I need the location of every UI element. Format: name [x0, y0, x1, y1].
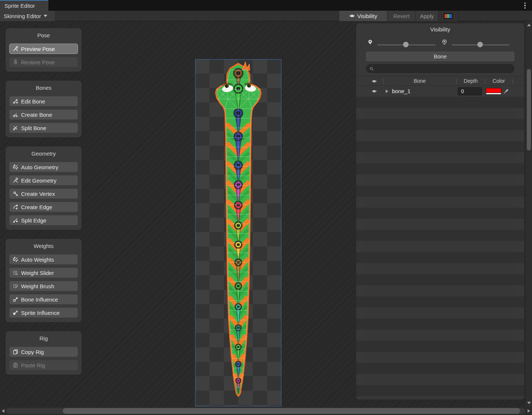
- apply-button[interactable]: Apply: [416, 11, 438, 21]
- scroll-left-arrow[interactable]: [2, 409, 4, 413]
- expander-icon[interactable]: [386, 89, 388, 93]
- bone-outline-icon: [441, 39, 447, 45]
- search-box[interactable]: [366, 64, 514, 73]
- bone-visibility-toggle[interactable]: [371, 89, 378, 96]
- eye-icon: [371, 79, 378, 86]
- tab-bone[interactable]: Bone: [366, 52, 514, 61]
- color-mode-button[interactable]: [439, 11, 458, 21]
- mesh-visibility-slider-knob[interactable]: [477, 42, 483, 47]
- visibility-panel: Visibility Bone Bone Depth Color: [356, 23, 525, 400]
- apply-button-label: Apply: [420, 13, 434, 19]
- paste-rig-button: Paste Rig: [9, 360, 78, 370]
- bone-opacity-slider-knob[interactable]: [403, 42, 409, 47]
- bone-filled-icon: [367, 39, 373, 45]
- toolbar: Skinning Editor Visibility Revert Apply: [0, 11, 532, 21]
- tab-sprite-editor[interactable]: Sprite Editor: [0, 0, 48, 11]
- weight-slider-button[interactable]: Weight Slider: [9, 268, 78, 278]
- preview-pose-icon: [13, 46, 18, 52]
- copy-rig-button[interactable]: Copy Rig: [9, 347, 78, 357]
- auto-weights-button[interactable]: Auto Weights: [9, 254, 78, 265]
- panel-title: Pose: [9, 32, 78, 39]
- button-label: Auto Weights: [21, 256, 54, 263]
- sprite-influence-button[interactable]: Sprite Influence: [9, 307, 78, 318]
- bone-table-row[interactable]: bone_1: [356, 86, 524, 97]
- bone-table-header: Bone Depth Color: [356, 76, 524, 86]
- auto-geometry-button[interactable]: Auto Geometry: [9, 162, 78, 172]
- edit-bone-icon: [13, 98, 18, 104]
- empty-list-row: [365, 108, 514, 119]
- panel-rig: RigCopy RigPaste Rig: [5, 331, 82, 375]
- visibility-toggle-button[interactable]: Visibility: [339, 11, 387, 21]
- horizontal-scrollbar-thumb[interactable]: [63, 408, 520, 414]
- empty-list-row: [365, 263, 514, 274]
- editor-mode-dropdown[interactable]: Skinning Editor: [0, 11, 55, 21]
- button-label: Auto Geometry: [21, 164, 58, 170]
- empty-list-row: [365, 374, 514, 385]
- revert-button[interactable]: Revert: [388, 11, 415, 21]
- column-bone: Bone: [383, 78, 456, 84]
- scroll-down-arrow[interactable]: [527, 402, 531, 404]
- button-label: Weight Brush: [21, 283, 54, 289]
- button-label: Restore Pose: [21, 59, 55, 65]
- bone-color-value: [486, 88, 501, 93]
- empty-list-row: [365, 197, 514, 208]
- button-label: Bone Influence: [21, 296, 58, 303]
- empty-list-row: [365, 219, 514, 230]
- tab-title: Sprite Editor: [4, 3, 35, 9]
- button-label: Create Bone: [21, 112, 52, 118]
- search-input[interactable]: [376, 66, 511, 71]
- tool-panels: PosePreview PoseRestore PoseBonesEdit Bo…: [5, 28, 82, 375]
- weight-brush-button[interactable]: Weight Brush: [9, 281, 78, 291]
- panel-title: Geometry: [9, 150, 78, 157]
- scroll-right-arrow[interactable]: [528, 409, 530, 413]
- empty-list-row: [356, 296, 524, 307]
- edit-bone-button[interactable]: Edit Bone: [9, 96, 78, 106]
- visibility-sliders: [356, 36, 524, 49]
- bone-color-swatch[interactable]: [486, 88, 501, 95]
- empty-list-row: [365, 330, 514, 341]
- panel-weights: WeightsAuto WeightsWeight SliderWeight B…: [5, 238, 82, 323]
- empty-list-row: [356, 97, 524, 108]
- auto-geometry-icon: [13, 164, 18, 170]
- create-vertex-icon: [13, 191, 18, 197]
- toolbar-separator: [458, 11, 458, 21]
- panel-title: Weights: [9, 242, 78, 250]
- horizontal-scrollbar[interactable]: [0, 407, 532, 415]
- empty-list-row: [365, 307, 514, 319]
- preview-pose-button[interactable]: Preview Pose: [9, 44, 78, 54]
- depth-input[interactable]: [458, 87, 482, 95]
- bone-name: bone_1: [392, 88, 410, 94]
- sprite-canvas[interactable]: [195, 59, 282, 407]
- empty-list-row: [356, 208, 524, 219]
- panel-pose: PosePreview PoseRestore Pose: [5, 28, 82, 72]
- create-edge-button[interactable]: Create Edge: [9, 202, 78, 212]
- empty-list-row: [356, 319, 524, 330]
- bone-influence-button[interactable]: Bone Influence: [9, 294, 78, 305]
- empty-list-row: [365, 152, 514, 163]
- kebab-menu-icon[interactable]: [522, 2, 528, 9]
- button-label: Split Bone: [21, 125, 46, 131]
- visibility-button-label: Visibility: [357, 13, 377, 19]
- tab-bar: Sprite Editor: [0, 0, 532, 11]
- create-vertex-button[interactable]: Create Vertex: [9, 188, 78, 199]
- button-label: Split Edge: [21, 217, 46, 224]
- empty-list-row: [356, 141, 524, 152]
- scroll-up-arrow[interactable]: [527, 24, 531, 26]
- button-label: Create Edge: [21, 204, 52, 210]
- vertical-scrollbar-thumb[interactable]: [527, 69, 531, 150]
- edit-geometry-button[interactable]: Edit Geometry: [9, 175, 78, 186]
- split-edge-button[interactable]: Split Edge: [9, 215, 78, 225]
- pipette-icon[interactable]: [503, 88, 509, 95]
- skinning-editor-window: Sprite Editor Skinning Editor Visibility…: [0, 0, 532, 415]
- panel-bones: BonesEdit BoneCreate BoneSplit Bone: [5, 80, 82, 138]
- button-label: Paste Rig: [21, 362, 45, 368]
- tab-bone-label: Bone: [434, 53, 447, 59]
- empty-list-row: [365, 130, 514, 141]
- bone-color-alpha: [486, 93, 501, 94]
- eye-icon: [349, 13, 355, 19]
- split-bone-button[interactable]: Split Bone: [9, 123, 78, 133]
- create-bone-button[interactable]: Create Bone: [9, 109, 78, 120]
- weight-slider-icon: [13, 270, 18, 276]
- vertical-scrollbar[interactable]: [526, 21, 532, 407]
- auto-weights-icon: [13, 256, 18, 262]
